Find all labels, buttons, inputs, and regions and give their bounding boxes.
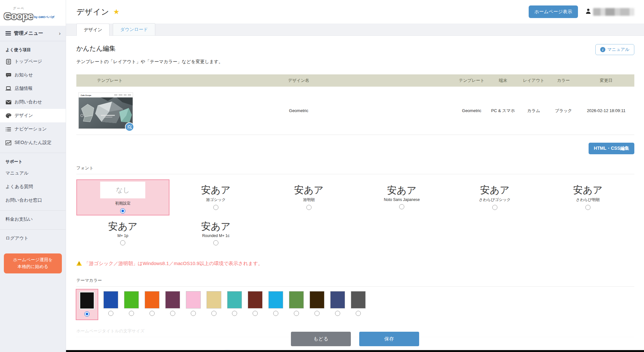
font-option-3[interactable]: 安あアNoto Sans Japanese	[355, 179, 448, 215]
sidebar-item-label: デザイン	[14, 113, 33, 119]
chart-icon	[5, 140, 11, 145]
user-account[interactable]	[586, 8, 634, 16]
font-radio[interactable]	[120, 240, 125, 245]
font-option-4[interactable]: 安あアさわらびゴシック	[448, 179, 542, 215]
theme-color-11[interactable]	[310, 291, 324, 316]
admin-menu-toggle[interactable]: 管理メニュー ›	[0, 26, 66, 41]
theme-color-12[interactable]	[330, 291, 345, 316]
sidebar-item-seo[interactable]: SEOかんたん設定	[0, 136, 66, 149]
hamburger-icon	[5, 31, 11, 36]
color-radio[interactable]	[149, 311, 155, 316]
color-swatch	[165, 291, 180, 309]
theme-color-0[interactable]	[76, 289, 98, 320]
font-preview: 安あア	[201, 222, 230, 231]
theme-color-1[interactable]	[103, 291, 118, 316]
font-radio[interactable]	[213, 240, 218, 245]
color-radio[interactable]	[129, 311, 134, 316]
color-radio[interactable]	[232, 311, 237, 316]
theme-color-7[interactable]	[227, 291, 242, 316]
font-preview: 安あア	[480, 185, 509, 195]
font-radio[interactable]	[585, 205, 591, 210]
font-option-7[interactable]: 安あアRounded M+ 1c	[169, 215, 263, 252]
color-radio[interactable]	[211, 311, 216, 316]
font-radio[interactable]	[120, 208, 125, 214]
view-homepage-button[interactable]: ホームページ表示	[529, 5, 578, 18]
template-thumbnail[interactable]: Cafe Goope	[78, 92, 133, 129]
sidebar-item-shop-info[interactable]: 店舗情報	[0, 82, 66, 95]
font-option-1[interactable]: 安あア游ゴシック	[169, 179, 263, 215]
table-header: テンプレートデザイン名テンプレート端末レイアウトカラー変更日	[76, 74, 634, 87]
sidebar-item-label: 料金お支払い	[5, 216, 33, 222]
theme-color-3[interactable]	[145, 291, 159, 316]
font-preview: なし	[100, 182, 145, 198]
warning-icon	[76, 261, 82, 267]
sidebar-item-contact[interactable]: お問い合わせ	[0, 95, 66, 109]
cell-device: PC & スマホ	[488, 108, 518, 114]
theme-color-8[interactable]	[248, 291, 263, 316]
favorite-star-icon[interactable]: ★	[113, 8, 120, 16]
color-radio[interactable]	[294, 311, 299, 316]
font-option-6[interactable]: 安あアM+ 1p	[76, 215, 169, 252]
color-radio[interactable]	[273, 311, 278, 316]
section-title: かんたん編集	[76, 44, 116, 53]
magnifier-icon[interactable]	[125, 122, 134, 131]
font-option-5[interactable]: 安あアさわらび明朝	[541, 179, 634, 215]
logo-byline: by GMOペパボ	[34, 15, 54, 23]
html-css-edit-button[interactable]: HTML・CSS編集	[589, 143, 634, 154]
tab-design[interactable]: デザイン	[76, 24, 110, 36]
color-radio[interactable]	[84, 311, 90, 317]
sidebar-item-label: お知らせ	[14, 72, 33, 78]
color-radio[interactable]	[335, 311, 340, 316]
back-button[interactable]: もどる	[291, 332, 351, 346]
sidebar-group: 料金お支払い	[0, 211, 66, 230]
column-header: 変更日	[578, 78, 634, 83]
sidebar-item-faq[interactable]: よくある質問	[0, 180, 66, 194]
font-radio[interactable]	[399, 204, 404, 209]
save-button[interactable]: 保存	[359, 332, 419, 346]
font-option-2[interactable]: 安あア游明朝	[262, 179, 355, 215]
sidebar-item-label: ログアウト	[5, 235, 29, 241]
font-radio[interactable]	[306, 205, 312, 210]
color-swatch	[186, 291, 201, 309]
theme-color-13[interactable]	[351, 291, 366, 316]
color-radio[interactable]	[108, 311, 113, 316]
theme-color-5[interactable]	[186, 291, 201, 316]
font-name: 初期設定	[115, 201, 130, 206]
sidebar-item-contact-desk[interactable]: お問い合わせ窓口	[0, 194, 66, 207]
color-swatch	[289, 291, 304, 309]
theme-color-9[interactable]	[268, 291, 283, 316]
color-radio[interactable]	[253, 311, 258, 316]
manual-button[interactable]: i マニュアル	[595, 44, 634, 55]
color-swatch	[103, 291, 118, 309]
cell-color: ブラック	[549, 108, 578, 114]
font-option-0[interactable]: なし初期設定	[76, 179, 169, 215]
theme-color-4[interactable]	[165, 291, 180, 316]
font-radio[interactable]	[213, 205, 218, 210]
theme-color-6[interactable]	[207, 291, 221, 316]
font-preview: 安あア	[387, 186, 417, 195]
sidebar-item-design[interactable]: デザイン	[0, 109, 66, 122]
color-radio[interactable]	[356, 311, 361, 316]
color-radio[interactable]	[191, 311, 196, 316]
color-radio[interactable]	[170, 311, 175, 316]
sidebar-item-label: お問い合わせ窓口	[5, 197, 42, 203]
column-header: 端末	[488, 78, 518, 83]
sidebar-item-navigation[interactable]: ナビゲーション	[0, 122, 66, 136]
color-radio[interactable]	[314, 311, 320, 316]
start-full-operation-button[interactable]: ホームページ運用を 本格的に始める	[4, 253, 62, 273]
font-name: 游明朝	[303, 197, 315, 203]
theme-color-10[interactable]	[289, 291, 304, 316]
chevron-right-icon: ›	[59, 31, 61, 36]
app-logo[interactable]: グーペ Goope by GMOペパボ	[0, 0, 66, 26]
theme-color-2[interactable]	[124, 291, 139, 316]
sidebar-item-logout[interactable]: ログアウト	[0, 232, 66, 245]
tab-download[interactable]: ダウンロード	[113, 23, 155, 35]
sidebar-group: ログアウト	[0, 230, 66, 248]
sidebar-item-manual[interactable]: マニュアル	[0, 166, 66, 180]
font-preview: 安あア	[108, 222, 138, 231]
sidebar-item-label: SEOかんたん設定	[14, 140, 52, 146]
sidebar-item-news[interactable]: お知らせ	[0, 68, 66, 82]
sidebar-item-top-page[interactable]: トップページ	[0, 55, 66, 68]
font-radio[interactable]	[492, 205, 497, 210]
sidebar-item-billing[interactable]: 料金お支払い	[0, 213, 66, 226]
